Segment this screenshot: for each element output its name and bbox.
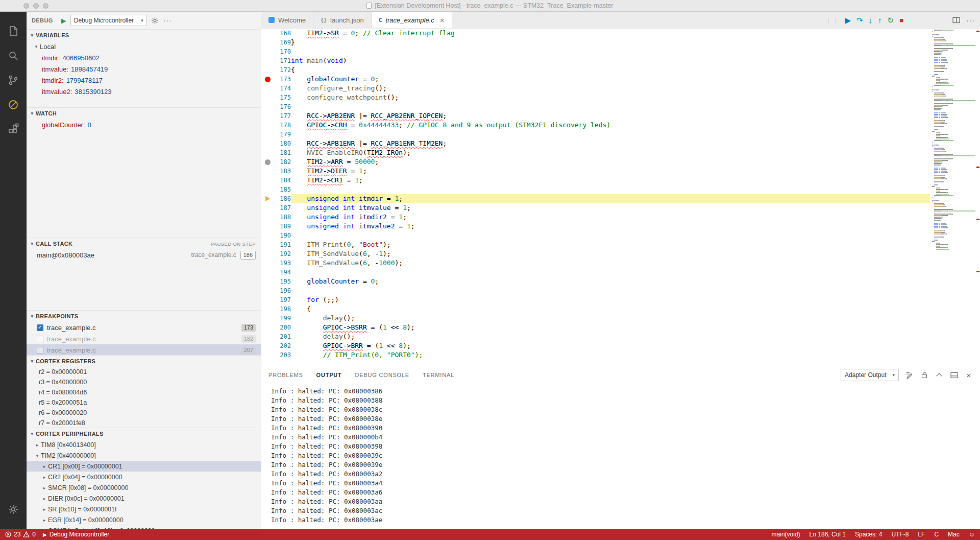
gutter-glyph-margin[interactable]	[261, 295, 274, 304]
gutter-glyph-margin[interactable]	[261, 111, 274, 121]
status-item[interactable]: UTF-8	[891, 531, 909, 538]
code-line[interactable]: 179	[261, 130, 980, 139]
tab-launch-json[interactable]: {}launch.json	[313, 12, 372, 28]
line-number[interactable]: 191	[274, 240, 291, 249]
line-number[interactable]: 184	[274, 176, 291, 185]
code-text[interactable]: {	[291, 65, 980, 75]
code-text[interactable]: unsigned int itmdir = 1;	[291, 194, 980, 203]
line-number[interactable]: 193	[274, 259, 291, 268]
code-text[interactable]: unsigned int itmvalue2 = 1;	[291, 222, 980, 231]
tab-trace-example-c[interactable]: Ctrace_example.c×	[372, 12, 452, 28]
panel-tab-debug-console[interactable]: DEBUG CONSOLE	[355, 372, 409, 378]
breakpoints-section-header[interactable]: ▾ BREAKPOINTS	[27, 311, 261, 322]
line-number[interactable]: 177	[274, 111, 291, 121]
step-into-button[interactable]: ↓	[869, 16, 873, 24]
step-over-button[interactable]: ↷	[856, 16, 863, 24]
code-line[interactable]: 195 globalCounter = 0;	[261, 277, 980, 286]
breakpoint-row[interactable]: trace_example.c182	[27, 333, 261, 344]
restart-button[interactable]: ↻	[888, 16, 894, 24]
status-item[interactable]: Mac	[948, 531, 960, 538]
code-text[interactable]: unsigned int itmdir2 = 1;	[291, 213, 980, 222]
line-number[interactable]: 175	[274, 93, 291, 102]
gutter-glyph-margin[interactable]	[261, 121, 274, 130]
close-icon[interactable]: ×	[440, 16, 445, 25]
code-line[interactable]: 203 // ITM_Print(0, "PORT0");	[261, 350, 980, 360]
split-editor-button[interactable]	[952, 16, 960, 25]
code-line[interactable]: 174 configure_tracing();	[261, 84, 980, 93]
code-text[interactable]: ITM_SendValue(6, -1);	[291, 249, 980, 259]
code-line[interactable]: 202 GPIOC->BRR = (1 << 8);	[261, 341, 980, 350]
code-line[interactable]: 197 for (;;)	[261, 295, 980, 304]
more-actions-icon[interactable]: ···	[966, 16, 975, 25]
code-line[interactable]: 180 RCC->APB1ENR |= RCC_APB1ENR_TIM2EN;	[261, 139, 980, 148]
line-number[interactable]: 170	[274, 47, 291, 56]
peripheral-row[interactable]: ▸DIER [0x0c] = 0x00000001	[27, 493, 261, 504]
code-text[interactable]: TIM2->CR1 = 1;	[291, 176, 980, 185]
code-line[interactable]: 171int main(void)	[261, 56, 980, 65]
gutter-glyph-margin[interactable]	[261, 130, 274, 139]
code-text[interactable]: // ITM_Print(0, "PORT0");	[291, 350, 980, 360]
gutter-glyph-margin[interactable]	[261, 65, 274, 75]
line-number[interactable]: 198	[274, 304, 291, 314]
breakpoint-row[interactable]: trace_example.c173	[27, 322, 261, 333]
move-panel-button[interactable]	[950, 371, 958, 379]
register-row[interactable]: r4 = 0x080004d6	[27, 387, 261, 397]
code-text[interactable]: ITM_Print(0, "Boot");	[291, 240, 980, 249]
code-line[interactable]: 176	[261, 102, 980, 111]
gutter-glyph-margin[interactable]	[261, 93, 274, 102]
variable-row[interactable]: itmvalue:1898457419	[27, 63, 261, 75]
code-line[interactable]: 193 ITM_SendValue(6, -1000);	[261, 259, 980, 268]
line-number[interactable]: 173	[274, 75, 291, 84]
code-line[interactable]: 192 ITM_SendValue(6, -1);	[261, 249, 980, 259]
code-text[interactable]: }	[291, 38, 980, 47]
code-line[interactable]: 177 RCC->APB2ENR |= RCC_APB2ENR_IOPCEN;	[261, 111, 980, 121]
code-line[interactable]: 185	[261, 185, 980, 194]
register-row[interactable]: r6 = 0x00000020	[27, 408, 261, 418]
close-window-button[interactable]	[23, 3, 29, 9]
code-text[interactable]: GPIOC->BRR = (1 << 8);	[291, 341, 980, 350]
register-row[interactable]: r3 = 0x40000000	[27, 377, 261, 387]
breakpoint-row[interactable]: trace_example.c207	[27, 344, 261, 355]
code-editor[interactable]: 168 TIM2->SR = 0; // Clear interrupt fla…	[261, 29, 980, 366]
code-text[interactable]: TIM2->ARR = 50000;	[291, 157, 980, 167]
line-number[interactable]: 200	[274, 323, 291, 332]
debug-session-indicator[interactable]: ▶ Debug Microcontroller	[43, 531, 109, 538]
gutter-glyph-margin[interactable]	[261, 314, 274, 323]
status-item[interactable]: Ln 186, Col 1	[810, 531, 846, 538]
line-number[interactable]: 171	[274, 56, 291, 65]
peripheral-row[interactable]: ▸SMCR [0x08] = 0x00000000	[27, 482, 261, 493]
sidebar-item-debug[interactable]	[1, 92, 26, 117]
gutter-glyph-margin[interactable]	[261, 240, 274, 249]
variable-row[interactable]: itmdir:4066950602	[27, 52, 261, 63]
problems-indicator[interactable]: 23 0	[5, 531, 36, 538]
manage-settings-button[interactable]	[1, 497, 26, 522]
sidebar-item-source-control[interactable]	[1, 68, 26, 92]
line-number[interactable]: 199	[274, 314, 291, 323]
code-line[interactable]: 175 configure_watchpoint();	[261, 93, 980, 102]
gutter-glyph-margin[interactable]	[261, 268, 274, 277]
code-line[interactable]: 188 unsigned int itmdir2 = 1;	[261, 213, 980, 222]
variable-row[interactable]: itmdir2:1799478117	[27, 75, 261, 86]
step-out-button[interactable]: ↑	[878, 16, 882, 24]
gutter-glyph-margin[interactable]	[261, 277, 274, 286]
code-line[interactable]: 191 ITM_Print(0, "Boot");	[261, 240, 980, 249]
gutter-glyph-margin[interactable]	[261, 47, 274, 56]
register-row[interactable]: r5 = 0x2000051a	[27, 397, 261, 408]
gutter-glyph-margin[interactable]	[261, 84, 274, 93]
code-text[interactable]: for (;;)	[291, 295, 980, 304]
gutter-glyph-margin[interactable]	[261, 213, 274, 222]
gutter-glyph-margin[interactable]	[261, 259, 274, 268]
gutter-glyph-margin[interactable]	[261, 341, 274, 350]
close-panel-button[interactable]: ×	[965, 371, 973, 379]
code-line[interactable]: 173 globalCounter = 0;	[261, 75, 980, 84]
peripheral-row[interactable]: ▸TIM8 [0x40013400]	[27, 439, 261, 450]
line-number[interactable]: 201	[274, 332, 291, 341]
overview-ruler[interactable]	[976, 29, 980, 366]
status-item[interactable]: C	[934, 531, 939, 538]
code-text[interactable]: NVIC_EnableIRQ(TIM2_IRQn);	[291, 148, 980, 157]
line-number[interactable]: 169	[274, 38, 291, 47]
watch-expression-row[interactable]: globalCounter:0	[27, 119, 261, 130]
code-text[interactable]: GPIOC->BSRR = (1 << 8);	[291, 323, 980, 332]
debug-config-select[interactable]: Debug Microcontroller ▾	[70, 15, 147, 26]
line-number[interactable]: 192	[274, 249, 291, 259]
